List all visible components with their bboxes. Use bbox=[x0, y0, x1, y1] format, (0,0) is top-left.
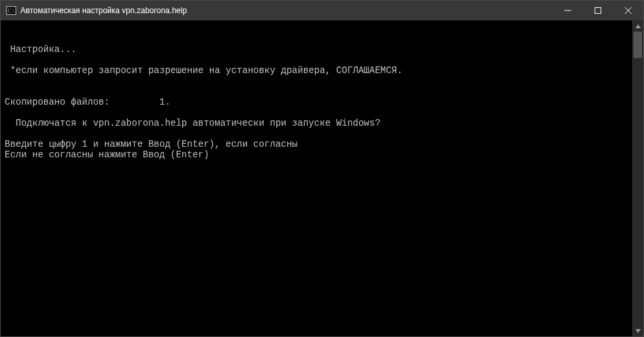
svg-text:C:\: C:\ bbox=[8, 8, 15, 14]
console-window: C:\ Автоматическая настройка vpn.zaboron… bbox=[0, 0, 644, 337]
maximize-button[interactable] bbox=[583, 1, 613, 20]
titlebar[interactable]: C:\ Автоматическая настройка vpn.zaboron… bbox=[1, 1, 643, 20]
close-button[interactable] bbox=[613, 1, 643, 20]
scroll-thumb[interactable] bbox=[633, 32, 642, 58]
svg-marker-6 bbox=[635, 24, 641, 28]
window-controls bbox=[553, 1, 643, 20]
minimize-button[interactable] bbox=[553, 1, 583, 20]
client-area: Настройка... *если компьютер запросит ра… bbox=[1, 20, 643, 336]
scroll-up-button[interactable] bbox=[632, 20, 643, 32]
svg-rect-3 bbox=[595, 8, 601, 14]
vertical-scrollbar[interactable] bbox=[632, 20, 643, 336]
cmd-icon: C:\ bbox=[6, 5, 16, 16]
scroll-down-button[interactable] bbox=[632, 325, 643, 336]
console-output[interactable]: Настройка... *если компьютер запросит ра… bbox=[1, 20, 632, 336]
svg-marker-7 bbox=[635, 329, 641, 333]
window-title: Автоматическая настройка vpn.zaborona.he… bbox=[20, 6, 187, 15]
